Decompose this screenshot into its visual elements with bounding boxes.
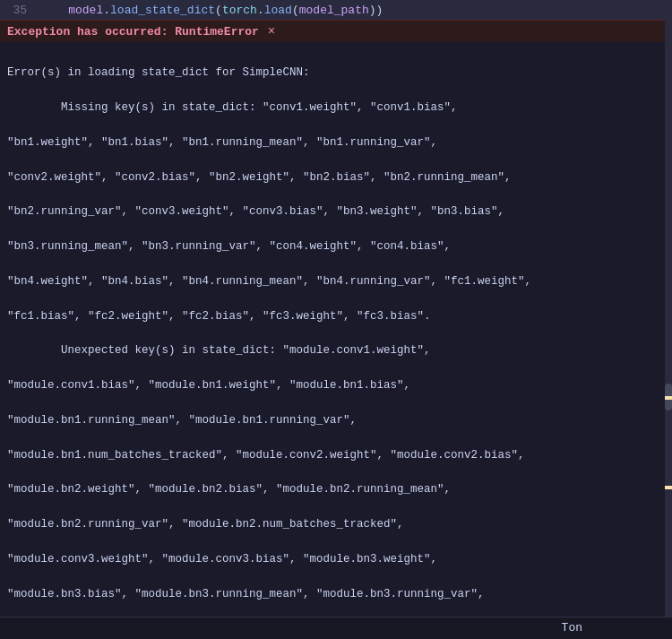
error-line-11: "module.bn1.num_batches_tracked", "modul… <box>7 449 525 462</box>
error-header: Exception has occurred: RuntimeError × <box>0 20 672 42</box>
error-title: Exception has occurred: RuntimeError <box>7 25 259 39</box>
error-line-6: "bn4.weight", "bn4.bias", "bn4.running_m… <box>7 275 531 288</box>
error-panel: Exception has occurred: RuntimeError × E… <box>0 20 672 639</box>
line-number: 35 <box>0 4 36 17</box>
scrollbar-marker-1 <box>665 396 672 400</box>
error-line-13: "module.bn2.running_var", "module.bn2.nu… <box>7 518 404 531</box>
scrollbar-marker-2 <box>665 486 672 489</box>
error-line-12: "module.bn2.weight", "module.bn2.bias", … <box>7 483 451 496</box>
error-line-5: "bn3.running_mean", "bn3.running_var", "… <box>7 240 451 253</box>
error-line-2: "bn1.weight", "bn1.bias", "bn1.running_m… <box>7 136 437 149</box>
error-line-9: "module.conv1.bias", "module.bn1.weight"… <box>7 379 410 392</box>
error-line-7: "fc1.bias", "fc2.weight", "fc2.bias", "f… <box>7 310 431 323</box>
ton-label: Ton <box>562 617 582 639</box>
editor-container: 35 model.load_state_dict(torch.load(mode… <box>0 0 672 639</box>
error-line-4: "bn2.running_var", "conv3.weight", "conv… <box>7 205 504 218</box>
error-line-0: Error(s) in loading state_dict for Simpl… <box>7 66 310 79</box>
error-line-1: Missing key(s) in state_dict: "conv1.wei… <box>7 101 458 114</box>
error-line-8: Unexpected key(s) in state_dict: "module… <box>7 344 431 357</box>
error-line-15: "module.bn3.bias", "module.bn3.running_m… <box>7 588 485 600</box>
line-code: model.load_state_dict(torch.load(model_p… <box>36 4 672 17</box>
error-line-3: "conv2.weight", "conv2.bias", "bn2.weigh… <box>7 171 512 184</box>
scrollbar[interactable] <box>665 0 672 639</box>
bottom-bar: Ton <box>0 617 672 639</box>
code-line-35: 35 model.load_state_dict(torch.load(mode… <box>0 0 672 20</box>
error-line-14: "module.conv3.weight", "module.conv3.bia… <box>7 553 437 566</box>
close-button[interactable]: × <box>268 24 275 39</box>
error-line-10: "module.bn1.running_mean", "module.bn1.r… <box>7 414 357 427</box>
error-body: Error(s) in loading state_dict for Simpl… <box>0 42 672 639</box>
